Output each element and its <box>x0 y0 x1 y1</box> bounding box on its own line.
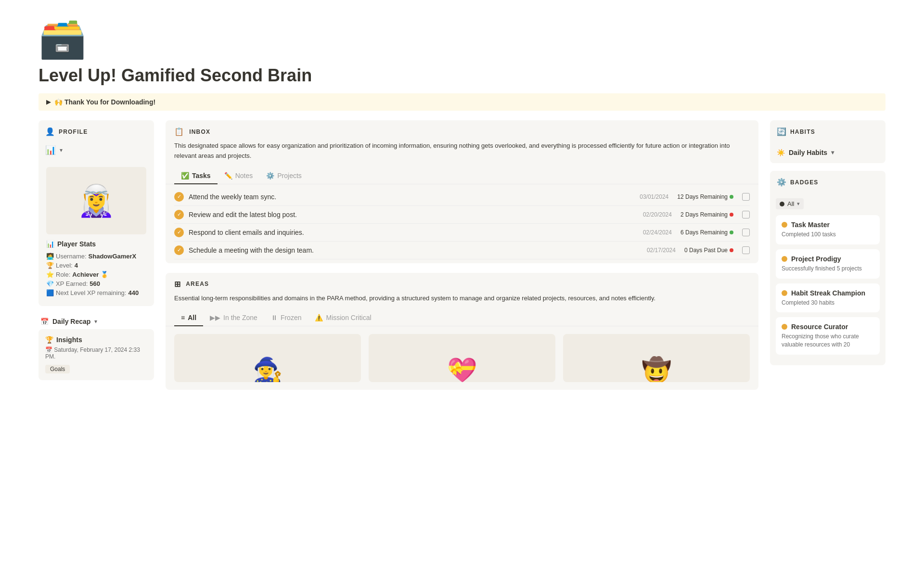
all-filter-label: All <box>787 200 794 207</box>
role-row: ⭐ Role: Achiever 🥇 <box>46 271 146 278</box>
page-top: 🗃️ Level Up! Gamified Second Brain ▶ 🙌 T… <box>0 0 924 120</box>
avatar: 🧝‍♀️ <box>46 167 146 234</box>
notes-tab-icon: ✏️ <box>224 172 232 180</box>
badge-name-habit-streak-champion: Habit Streak Champion <box>782 289 874 297</box>
tab-tasks[interactable]: ✅ Tasks <box>174 168 218 184</box>
daily-habits-row[interactable]: ☀️ Daily Habits ▾ <box>777 149 879 156</box>
badges-gear-icon: ⚙️ <box>777 178 786 187</box>
inbox-panel: 📋 INBOX This designated space allows for… <box>166 120 758 263</box>
level-row: 🏆 Level: 4 <box>46 262 146 269</box>
task-list: ✓ Attend the weekly team sync. 03/01/202… <box>166 184 758 263</box>
level-emoji: 🏆 <box>46 262 54 269</box>
task-title: Schedule a meeting with the design team. <box>189 246 642 254</box>
task-title: Review and edit the latest blog post. <box>189 211 638 218</box>
tab-notes[interactable]: ✏️ Notes <box>218 168 260 184</box>
badges-panel: All ▾ Task Master Completed 100 tasks Pr… <box>770 192 886 365</box>
habits-section-label: HABITS <box>790 128 815 135</box>
username-emoji: 🧑‍💻 <box>46 253 54 260</box>
table-row: ✓ Schedule a meeting with the design tea… <box>174 242 750 259</box>
area-card-2[interactable]: 💝 <box>369 334 555 382</box>
profile-section-label: PROFILE <box>59 128 88 135</box>
badges-all-filter[interactable]: All ▾ <box>776 198 804 209</box>
green-dot-icon <box>730 231 733 234</box>
table-row: ✓ Respond to client emails and inquiries… <box>174 224 750 242</box>
areas-icon: ⊞ <box>174 280 181 289</box>
daily-recap-chevron-icon: ▾ <box>94 318 97 325</box>
left-sidebar: 👤 PROFILE 📊 ▾ 🧝‍♀️ 📊 Player Stats 🧑‍💻 Us… <box>38 120 154 577</box>
badge-dot-icon <box>782 324 787 330</box>
badge-dot-icon <box>782 256 787 262</box>
insights-title: 🏆 Insights <box>45 336 147 344</box>
callout-text: 🙌 Thank You for Downloading! <box>54 98 155 106</box>
badge-dot-icon <box>782 290 787 296</box>
badge-desc-resource-curator: Recognizing those who curate valuable re… <box>782 333 874 349</box>
badge-task-master: Task Master Completed 100 tasks <box>776 215 880 244</box>
inbox-header: 📋 INBOX <box>166 120 758 141</box>
task-days: 6 Days Remaining <box>680 229 733 236</box>
area-card-3[interactable]: 🤠 <box>563 334 750 382</box>
all-tab-icon: ≡ <box>181 314 185 321</box>
task-date: 03/01/2024 <box>640 193 668 200</box>
area-card-sprite-1: 🧙‍♀️ <box>253 358 282 382</box>
username-row: 🧑‍💻 Username: ShadowGamerX <box>46 253 146 260</box>
area-tab-in-the-zone[interactable]: ▶▶ In the Zone <box>203 310 264 326</box>
stats-bar-icon: 📊 <box>45 145 56 155</box>
sun-icon: ☀️ <box>777 149 785 156</box>
tasks-tab-icon: ✅ <box>181 172 189 180</box>
area-tab-mission-critical[interactable]: ⚠️ Mission Critical <box>308 310 378 326</box>
calendar-icon: 📅 <box>40 318 49 325</box>
frozen-icon: ⏸ <box>271 314 278 321</box>
badge-habit-streak-champion: Habit Streak Champion Completed 30 habit… <box>776 283 880 313</box>
area-tab-all[interactable]: ≡ All <box>174 310 203 326</box>
page-icon: 🗃️ <box>38 19 886 58</box>
task-days: 0 Days Past Due <box>684 247 733 254</box>
badge-desc-task-master: Completed 100 tasks <box>782 231 874 239</box>
xp-row: 💎 XP Earned: 560 <box>46 280 146 287</box>
callout-banner[interactable]: ▶ 🙌 Thank You for Downloading! <box>38 93 886 111</box>
area-tab-frozen[interactable]: ⏸ Frozen <box>264 310 308 326</box>
area-card-1[interactable]: 🧙‍♀️ <box>174 334 361 382</box>
task-checkbox[interactable] <box>742 211 750 218</box>
badge-resource-curator: Resource Curator Recognizing those who c… <box>776 317 880 355</box>
tab-projects[interactable]: ⚙️ Projects <box>259 168 308 184</box>
projects-tab-icon: ⚙️ <box>266 172 274 180</box>
task-check-icon: ✓ <box>174 210 184 219</box>
badge-dot-icon <box>782 222 787 228</box>
callout-arrow-icon: ▶ <box>46 99 51 105</box>
task-checkbox[interactable] <box>742 229 750 236</box>
badge-desc-project-prodigy: Successfully finished 5 projects <box>782 265 874 273</box>
daily-habits-label: Daily Habits <box>789 149 827 156</box>
areas-cards: 🧙‍♀️ 💝 🤠 <box>166 326 758 390</box>
red-dot-icon <box>730 213 733 217</box>
insights-emoji: 🏆 <box>45 336 53 344</box>
task-date: 02/20/2024 <box>643 211 672 218</box>
inbox-icon: 📋 <box>174 127 184 136</box>
task-days: 2 Days Remaining <box>680 211 733 218</box>
role-emoji: ⭐ <box>46 271 54 278</box>
task-title: Respond to client emails and inquiries. <box>189 229 638 236</box>
in-the-zone-icon: ▶▶ <box>210 314 220 321</box>
inbox-description: This designated space allows for easy or… <box>166 141 758 168</box>
badge-name-resource-curator: Resource Curator <box>782 323 874 331</box>
mission-critical-icon: ⚠️ <box>315 314 323 321</box>
chevron-down-icon[interactable]: ▾ <box>60 147 63 154</box>
badge-project-prodigy: Project Prodigy Successfully finished 5 … <box>776 249 880 279</box>
task-checkbox[interactable] <box>742 193 750 201</box>
task-title: Attend the weekly team sync. <box>189 193 635 201</box>
insights-date: 📅 Saturday, February 17, 2024 2:33 PM. <box>45 346 147 360</box>
badges-section-label: BADGES <box>790 179 819 186</box>
task-check-icon: ✓ <box>174 192 184 202</box>
profile-icon: 👤 <box>45 127 55 136</box>
table-row: ✓ Review and edit the latest blog post. … <box>174 206 750 224</box>
task-check-icon: ✓ <box>174 245 184 255</box>
next-level-row: 🟦 Next Level XP remaining: 440 <box>46 289 146 296</box>
daily-recap-header[interactable]: 📅 Daily Recap ▾ <box>38 314 154 329</box>
task-checkbox[interactable] <box>742 246 750 254</box>
xp-emoji: 💎 <box>46 280 54 287</box>
badge-name-task-master: Task Master <box>782 221 874 229</box>
goals-badge[interactable]: Goals <box>45 365 70 373</box>
habits-refresh-icon: 🔄 <box>777 127 786 136</box>
area-card-sprite-3: 🤠 <box>642 358 671 382</box>
task-days: 12 Days Remaining <box>677 193 733 200</box>
green-dot-icon <box>730 195 733 199</box>
